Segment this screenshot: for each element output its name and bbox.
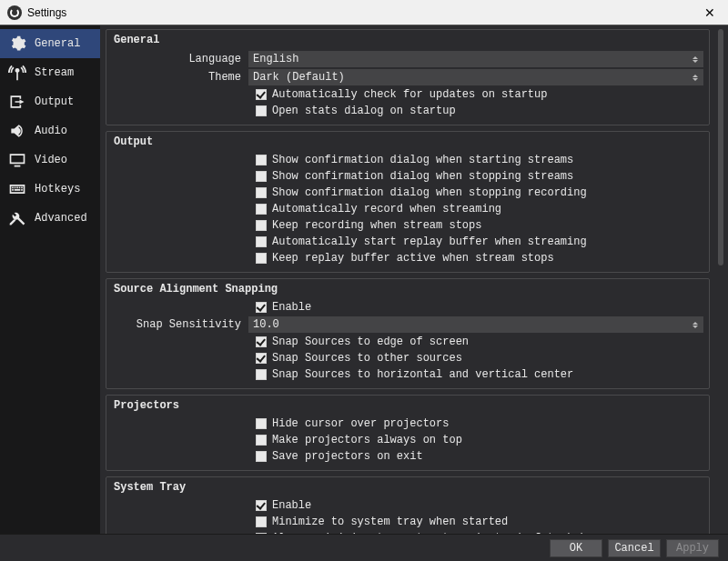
window-title: Settings [27,6,692,19]
monitor-icon [7,150,27,170]
sidebar-item-hotkeys[interactable]: Hotkeys [0,175,100,204]
cancel-button[interactable]: Cancel [608,539,661,557]
group-general: General Language English Theme Dark (Def… [106,29,710,125]
tray-enable-checkbox[interactable] [256,500,267,511]
checkbox-label: Snap Sources to other sources [272,352,462,365]
theme-combo[interactable]: Dark (Default) [248,69,703,85]
sidebar-item-output[interactable]: Output [0,87,100,116]
group-output: Output Show confirmation dialog when sta… [106,131,710,273]
app-icon [7,5,22,20]
keyboard-icon [7,179,27,199]
language-label: Language [112,53,248,65]
antenna-icon [7,63,27,83]
sidebar-item-audio[interactable]: Audio [0,116,100,145]
snap-sensitivity-value: 10.0 [253,318,279,331]
checkbox-label: Snap Sources to edge of screen [272,336,469,348]
stepper-updown-icon[interactable] [690,317,701,332]
sidebar-item-stream[interactable]: Stream [0,58,100,87]
open-stats-label: Open stats dialog on startup [272,105,456,117]
main-wrap: General Language English Theme Dark (Def… [100,25,728,534]
ok-button[interactable]: OK [550,539,602,557]
sidebar: General Stream Output Audio Video Hotkey… [0,25,100,534]
sidebar-item-label: Video [35,154,67,166]
output-icon [7,92,27,112]
sidebar-item-label: Audio [35,125,67,137]
checkbox-label: Snap Sources to horizontal and vertical … [272,368,573,381]
footer: OK Cancel Apply [0,534,728,561]
snap-edge-checkbox[interactable] [256,336,267,347]
auto-update-label: Automatically check for updates on start… [272,88,547,101]
snap-enable-checkbox[interactable] [256,302,267,313]
sidebar-item-label: Advanced [35,212,87,225]
checkbox-label: Make projectors always on top [272,434,462,446]
projector-top-checkbox[interactable] [256,435,267,446]
language-value: English [253,53,298,65]
theme-label: Theme [112,71,248,84]
speaker-icon [7,121,27,141]
checkbox-label: Show confirmation dialog when starting s… [272,154,573,166]
checkbox-label: Show confirmation dialog when stopping s… [272,170,573,183]
checkbox-label: Hide cursor over projectors [272,417,449,430]
sidebar-item-label: Output [35,95,74,108]
keep-replay-checkbox[interactable] [256,253,267,264]
checkbox-label: Keep recording when stream stops [272,219,481,232]
open-stats-checkbox[interactable] [256,105,267,116]
group-title: General [112,32,703,50]
chevron-updown-icon [690,70,701,85]
scrollbar[interactable] [715,25,728,534]
save-projector-checkbox[interactable] [256,451,267,462]
checkbox-label: Automatically record when streaming [272,203,501,215]
checkbox-label: Automatically start replay buffer when s… [272,235,587,248]
confirm-start-stream-checkbox[interactable] [256,155,267,165]
group-systray: System Tray Enable Minimize to system tr… [106,476,710,534]
sidebar-item-label: Stream [35,66,74,79]
sidebar-item-label: Hotkeys [35,183,80,195]
sidebar-item-general[interactable]: General [0,29,100,58]
snap-sensitivity-label: Snap Sensitivity [112,318,248,331]
language-combo[interactable]: English [248,51,703,67]
hide-cursor-checkbox[interactable] [256,418,267,429]
group-title: System Tray [112,479,703,497]
checkbox-label: Enable [272,499,311,512]
theme-value: Dark (Default) [253,71,345,84]
checkbox-label: Save projectors on exit [272,450,423,463]
tools-icon [7,208,27,228]
checkbox-label: Show confirmation dialog when stopping r… [272,186,587,199]
body: General Stream Output Audio Video Hotkey… [0,25,728,534]
snap-sensitivity-input[interactable]: 10.0 [248,316,703,333]
main-panel: General Language English Theme Dark (Def… [100,25,715,534]
tray-minimize-start-checkbox[interactable] [256,516,267,527]
snap-other-checkbox[interactable] [256,353,267,364]
sidebar-item-label: General [35,37,80,50]
checkbox-label: Keep replay buffer active when stream st… [272,252,554,265]
scrollbar-thumb[interactable] [718,29,723,265]
sidebar-item-video[interactable]: Video [0,145,100,175]
apply-button[interactable]: Apply [666,539,719,557]
confirm-stop-stream-checkbox[interactable] [256,171,267,182]
settings-window: Settings ✕ General Stream Output Audio [0,0,728,561]
keep-recording-checkbox[interactable] [256,220,267,231]
group-projectors: Projectors Hide cursor over projectors M… [106,395,710,471]
group-snapping: Source Alignment Snapping Enable Snap Se… [106,278,710,389]
group-title: Output [112,134,703,152]
auto-update-checkbox[interactable] [256,89,267,100]
chevron-updown-icon [690,52,701,66]
close-button[interactable]: ✕ [692,0,728,25]
auto-record-checkbox[interactable] [256,204,267,215]
sidebar-item-advanced[interactable]: Advanced [0,204,100,233]
gear-icon [7,34,27,54]
checkbox-label: Enable [272,301,311,314]
group-title: Projectors [112,397,703,416]
auto-replay-checkbox[interactable] [256,236,267,247]
titlebar: Settings ✕ [0,0,728,25]
snap-center-checkbox[interactable] [256,369,267,380]
checkbox-label: Minimize to system tray when started [272,516,508,528]
confirm-stop-record-checkbox[interactable] [256,187,267,198]
group-title: Source Alignment Snapping [112,281,703,299]
